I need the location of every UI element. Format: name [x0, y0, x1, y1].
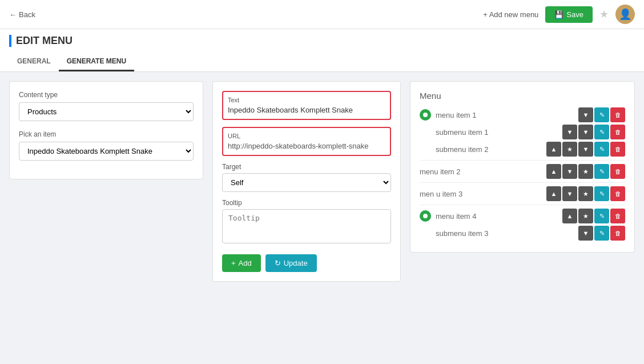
edit-button[interactable]: ✎: [594, 142, 609, 157]
main-content: Content type Products Pages Categories T…: [0, 72, 644, 291]
delete-button[interactable]: 🗑: [610, 209, 625, 223]
edit-button[interactable]: ✎: [594, 209, 609, 223]
text-input[interactable]: [228, 106, 385, 114]
star-button[interactable]: ★: [578, 164, 593, 179]
url-input[interactable]: [228, 142, 385, 150]
edit-button[interactable]: ✎: [594, 164, 609, 179]
update-button[interactable]: ↻ Update: [265, 254, 317, 272]
save-button[interactable]: 💾 Save: [545, 6, 593, 23]
edit-button[interactable]: ✎: [594, 186, 609, 201]
url-field-label: URL: [228, 133, 385, 139]
menu-divider: [420, 182, 625, 183]
list-item: menu item 1 ▼ ✎ 🗑: [420, 107, 625, 122]
submenu-item-actions: ▼ ✎ 🗑: [578, 226, 625, 241]
content-type-group: Content type Products Pages Categories T…: [19, 91, 194, 121]
list-item: submenu item 1 ▼ ▼ ✎ 🗑: [436, 125, 625, 139]
update-label: Update: [284, 259, 308, 267]
back-label: Back: [19, 10, 35, 19]
star-button[interactable]: ★: [562, 142, 577, 157]
move-up-button[interactable]: ▲: [546, 164, 561, 179]
menu-item-actions: ▲ ▼ ★ ✎ 🗑: [546, 186, 625, 201]
move-down-button[interactable]: ▼: [562, 186, 577, 201]
top-bar: ← Back + Add new menu 💾 Save ★ 👤: [0, 0, 644, 29]
text-field-label: Text: [228, 97, 385, 103]
list-item: submenu item 2 ▲ ★ ▼ ✎ 🗑: [436, 142, 625, 157]
star-button[interactable]: ★: [578, 186, 593, 201]
target-select[interactable]: Self _blank _parent _top: [222, 173, 391, 192]
menu-divider: [420, 205, 625, 205]
move-up-button[interactable]: ▲: [546, 186, 561, 201]
page-header: EDIT MENU GENERAL GENERATE MENU: [0, 29, 644, 72]
submenu-item-actions: ▼ ▼ ✎ 🗑: [562, 125, 625, 139]
middle-panel: Text URL Target Self _blank _parent _top…: [212, 81, 401, 282]
menu-item-label: menu item 4: [436, 212, 562, 221]
save-label: Save: [566, 10, 583, 19]
left-panel: Content type Products Pages Categories T…: [9, 81, 203, 179]
edit-button[interactable]: ✎: [594, 107, 609, 122]
back-arrow-icon: ←: [9, 10, 17, 19]
star-button[interactable]: ★: [578, 209, 593, 223]
pick-item-select[interactable]: Inpeddo Skateboards Komplett Snake: [19, 142, 194, 161]
back-button[interactable]: ← Back: [9, 10, 35, 19]
submenu-item-actions: ▲ ★ ▼ ✎ 🗑: [546, 142, 625, 157]
menu-item-label: menu item 2: [420, 167, 546, 176]
page-title: EDIT MENU: [9, 35, 635, 47]
submenu-item-label: submenu item 3: [436, 229, 578, 238]
avatar[interactable]: 👤: [615, 5, 635, 24]
content-type-select[interactable]: Products Pages Categories Tags: [19, 102, 194, 121]
save-icon: 💾: [554, 10, 564, 19]
delete-button[interactable]: 🗑: [610, 142, 625, 157]
text-field-group: Text: [222, 91, 391, 120]
move-down-button[interactable]: ▼: [562, 125, 577, 139]
content-type-label: Content type: [19, 91, 194, 99]
top-bar-right: + Add new menu 💾 Save ★ 👤: [483, 5, 635, 24]
list-item: submenu item 3 ▼ ✎ 🗑: [436, 226, 625, 241]
move-up-button[interactable]: ▲: [546, 142, 561, 157]
avatar-image: 👤: [619, 8, 631, 21]
tooltip-group: Tooltip: [222, 199, 391, 245]
move-down-button[interactable]: ▼: [578, 107, 593, 122]
right-panel: Menu menu item 1 ▼ ✎ 🗑 submenu item 1 ▼ …: [410, 81, 635, 253]
edit-button[interactable]: ✎: [594, 226, 609, 241]
submenu-item-label: submenu item 2: [436, 145, 546, 154]
pick-item-label: Pick an item: [19, 130, 194, 138]
list-item: menu item 2 ▲ ▼ ★ ✎ 🗑: [420, 164, 625, 179]
menu-item-actions: ▲ ▼ ★ ✎ 🗑: [546, 164, 625, 179]
pick-item-group: Pick an item Inpeddo Skateboards Komplet…: [19, 130, 194, 161]
delete-button[interactable]: 🗑: [610, 107, 625, 122]
move-down2-button[interactable]: ▼: [578, 125, 593, 139]
delete-button[interactable]: 🗑: [610, 226, 625, 241]
target-group: Target Self _blank _parent _top: [222, 163, 391, 192]
tooltip-label: Tooltip: [222, 199, 391, 207]
list-item: menu item 4 ▲ ★ ✎ 🗑: [420, 209, 625, 223]
menu-item-active-dot: [420, 109, 431, 121]
menu-item-actions: ▲ ★ ✎ 🗑: [562, 209, 625, 223]
add-label: Add: [239, 259, 252, 267]
menu-item-actions: ▼ ✎ 🗑: [578, 107, 625, 122]
add-icon: +: [231, 259, 236, 267]
menu-item-active-dot: [420, 210, 431, 222]
menu-item-label: menu item 1: [436, 111, 578, 119]
tab-generate-menu[interactable]: GENERATE MENU: [59, 53, 134, 71]
delete-button[interactable]: 🗑: [610, 186, 625, 201]
delete-button[interactable]: 🗑: [610, 164, 625, 179]
move-down-button[interactable]: ▼: [562, 164, 577, 179]
favorite-icon[interactable]: ★: [599, 8, 609, 21]
move-down-button[interactable]: ▼: [578, 226, 593, 241]
delete-button[interactable]: 🗑: [610, 125, 625, 139]
target-label: Target: [222, 163, 391, 171]
add-new-menu-link[interactable]: + Add new menu: [483, 10, 538, 19]
menu-title: Menu: [420, 91, 625, 101]
action-buttons: + Add ↻ Update: [222, 254, 391, 272]
move-up-button[interactable]: ▲: [562, 209, 577, 223]
tabs: GENERAL GENERATE MENU: [9, 53, 635, 71]
submenu-item-label: submenu item 1: [436, 128, 562, 137]
move-down-button[interactable]: ▼: [578, 142, 593, 157]
url-field-group: URL: [222, 127, 391, 156]
list-item: men u item 3 ▲ ▼ ★ ✎ 🗑: [420, 186, 625, 201]
menu-item-label: men u item 3: [420, 190, 546, 198]
add-button[interactable]: + Add: [222, 254, 261, 272]
edit-button[interactable]: ✎: [594, 125, 609, 139]
tooltip-input[interactable]: [222, 209, 391, 243]
tab-general[interactable]: GENERAL: [9, 53, 59, 71]
